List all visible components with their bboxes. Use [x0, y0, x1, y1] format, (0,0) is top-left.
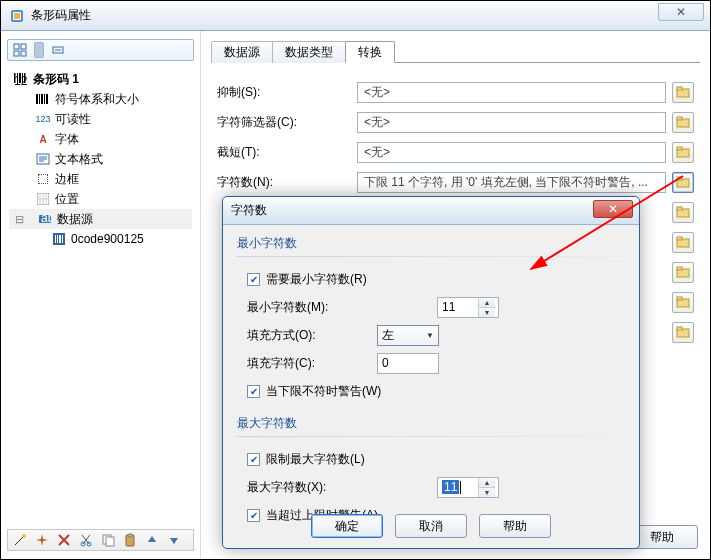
sparkle-icon[interactable]: [34, 532, 50, 548]
tab-bar: 数据源 数据类型 转换: [211, 39, 700, 63]
spin-up-icon[interactable]: ▲: [479, 298, 495, 308]
dialog-help-button[interactable]: 帮助: [479, 514, 551, 538]
tab-transform[interactable]: 转换: [345, 41, 395, 63]
text-format-icon: [35, 151, 51, 167]
dialog-close-button[interactable]: ✕: [593, 200, 633, 218]
delete-icon[interactable]: [56, 532, 72, 548]
truncate-label: 截短(T):: [217, 144, 357, 161]
svg-rect-42: [128, 534, 132, 537]
suppress-label: 抑制(S):: [217, 84, 357, 101]
tree-item-position[interactable]: 位置: [9, 189, 192, 209]
close-icon: ✕: [608, 202, 618, 216]
folder-icon: [676, 116, 690, 128]
toolbar-separator: [34, 42, 44, 58]
cancel-button[interactable]: 取消: [395, 514, 467, 538]
min-warn-label: 当下限不符时警告(W): [266, 383, 381, 400]
svg-rect-54: [677, 237, 682, 240]
tree-item-leaf[interactable]: 0code900125: [9, 229, 192, 249]
folder-icon: [676, 146, 690, 158]
pad-method-label: 填充方式(O):: [247, 327, 377, 344]
chars-label: 字符数(N):: [217, 174, 357, 191]
svg-rect-33: [57, 235, 58, 243]
dialog-titlebar: 字符数 ✕: [223, 197, 639, 225]
svg-rect-48: [677, 147, 682, 150]
min-enable-checkbox[interactable]: ✔: [247, 273, 260, 286]
folder-icon: [676, 236, 690, 248]
svg-point-36: [22, 534, 26, 538]
spin-up-icon[interactable]: ▲: [479, 478, 495, 488]
folder-icon: [676, 326, 690, 338]
window-close-button[interactable]: ✕: [658, 3, 704, 21]
row8-edit-button[interactable]: [672, 292, 694, 313]
ok-button[interactable]: 确定: [311, 514, 383, 538]
max-count-input[interactable]: 11 ▲▼: [437, 477, 499, 498]
tab-datasource[interactable]: 数据源: [211, 41, 273, 63]
tree-expander[interactable]: ⊟: [13, 213, 25, 226]
truncate-edit-button[interactable]: [672, 142, 694, 163]
svg-rect-5: [14, 51, 19, 56]
filter-edit-button[interactable]: [672, 112, 694, 133]
paste-icon[interactable]: [122, 532, 138, 548]
chevron-down-icon: ▼: [426, 331, 434, 340]
svg-text:ab: ab: [41, 213, 52, 225]
collapse-all-icon[interactable]: [50, 42, 66, 58]
tab-datatype[interactable]: 数据类型: [272, 41, 346, 63]
property-tree: 123 条形码 1 符号体系和大小 123可读性 A字体 文本格式 边框 位置 …: [7, 67, 194, 523]
max-enable-checkbox[interactable]: ✔: [247, 453, 260, 466]
svg-text:123: 123: [14, 74, 28, 85]
row6-edit-button[interactable]: [672, 232, 694, 253]
copy-icon[interactable]: [100, 532, 116, 548]
tree-item-symbology[interactable]: 符号体系和大小: [9, 89, 192, 109]
tree-item-border[interactable]: 边框: [9, 169, 192, 189]
expand-all-icon[interactable]: [12, 42, 28, 58]
svg-rect-15: [36, 94, 38, 104]
pad-char-label: 填充字符(C):: [247, 355, 377, 372]
chars-edit-button[interactable]: [672, 172, 694, 193]
close-icon: ✕: [676, 5, 686, 19]
suppress-value: <无>: [357, 82, 666, 103]
svg-rect-18: [44, 94, 45, 104]
bottom-toolbar: [7, 529, 194, 551]
left-panel: 123 条形码 1 符号体系和大小 123可读性 A字体 文本格式 边框 位置 …: [1, 31, 201, 559]
min-warn-checkbox[interactable]: ✔: [247, 385, 260, 398]
svg-rect-46: [677, 117, 682, 120]
svg-rect-3: [14, 44, 19, 49]
svg-rect-6: [21, 51, 26, 56]
move-up-icon[interactable]: [144, 532, 160, 548]
left-toolbar: [7, 39, 194, 61]
suppress-edit-button[interactable]: [672, 82, 694, 103]
tree-item-textformat[interactable]: 文本格式: [9, 149, 192, 169]
spin-down-icon[interactable]: ▼: [479, 488, 495, 497]
font-icon: A: [35, 131, 51, 147]
folder-icon: [676, 86, 690, 98]
row5-edit-button[interactable]: [672, 202, 694, 223]
window-title: 条形码属性: [31, 7, 91, 24]
spin-down-icon[interactable]: ▼: [479, 308, 495, 317]
truncate-value: <无>: [357, 142, 666, 163]
barcode-icon: [35, 91, 51, 107]
min-count-input[interactable]: ▲▼: [437, 297, 499, 318]
wizard-icon[interactable]: [12, 532, 28, 548]
filter-label: 字符筛选器(C):: [217, 114, 357, 131]
pad-method-select[interactable]: 左 ▼: [377, 325, 439, 346]
folder-icon: [676, 206, 690, 218]
max-count-label: 最大字符数(X):: [247, 479, 377, 496]
svg-rect-2: [14, 13, 20, 19]
border-icon: [35, 171, 51, 187]
app-icon: [9, 8, 25, 24]
move-down-icon[interactable]: [166, 532, 182, 548]
row7-edit-button[interactable]: [672, 262, 694, 283]
dialog-title: 字符数: [231, 202, 267, 219]
tree-item-datasource[interactable]: ⊟ab数据源: [9, 209, 192, 229]
tree-item-font[interactable]: A字体: [9, 129, 192, 149]
tree-root-label: 条形码 1: [33, 71, 79, 88]
tree-root[interactable]: 123 条形码 1: [9, 69, 192, 89]
svg-rect-50: [677, 177, 682, 180]
barcode-root-icon: 123: [13, 71, 29, 87]
folder-icon: [676, 266, 690, 278]
pad-char-input[interactable]: [377, 353, 439, 374]
cut-icon[interactable]: [78, 532, 94, 548]
tree-item-readability[interactable]: 123可读性: [9, 109, 192, 129]
chars-dialog: 字符数 ✕ 最小字符数 ✔ 需要最小字符数(R) 最小字符数(M): ▲▼ 填充…: [222, 196, 640, 549]
row9-edit-button[interactable]: [672, 322, 694, 343]
